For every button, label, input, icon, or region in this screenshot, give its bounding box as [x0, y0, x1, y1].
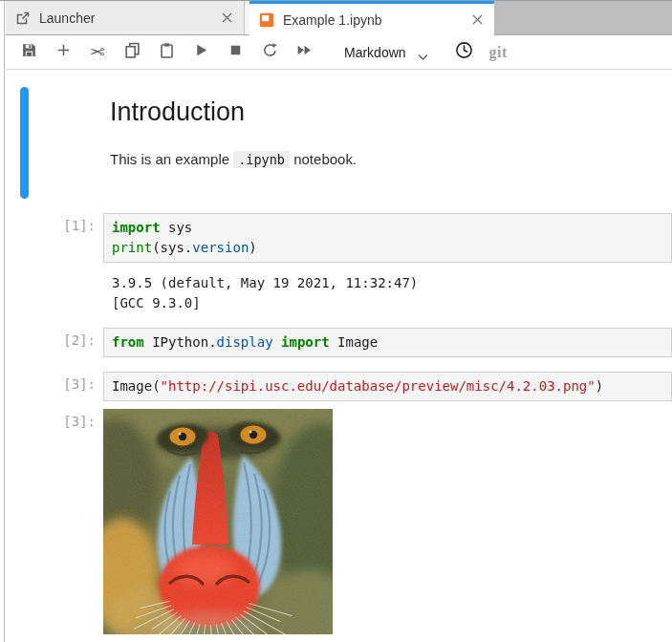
output-image-container [103, 409, 333, 634]
code-token: Image [330, 334, 379, 350]
code-token: ) [249, 240, 256, 255]
paste-cells-button[interactable] [153, 39, 180, 66]
code-token [273, 334, 281, 350]
tab-bar-empty-area [494, 1, 672, 35]
code-token: import [112, 220, 161, 235]
output-line: [GCC 9.3.0] [112, 293, 418, 313]
code-token: version [192, 240, 249, 255]
inline-code: .ipynb [233, 151, 290, 168]
run-cell-button[interactable] [187, 39, 214, 66]
markdown-cell[interactable]: Introduction This is an example .ipynb n… [110, 70, 672, 213]
code-cell: [1]:import sysprint(sys.version) [6, 213, 672, 263]
code-token: display [217, 334, 273, 350]
mandrill-output-image [103, 409, 333, 634]
code-editor[interactable]: import sysprint(sys.version) [103, 213, 672, 263]
markdown-heading: Introduction [110, 97, 672, 127]
code-line: print(sys.version) [112, 238, 671, 258]
clock-icon [455, 41, 473, 63]
save-button[interactable] [15, 39, 42, 66]
restart-kernel-button[interactable] [256, 39, 283, 66]
code-token: (sys. [152, 240, 192, 255]
code-token: Image( [112, 378, 161, 394]
chevron-down-icon [418, 49, 428, 56]
output-prompt [6, 273, 103, 313]
markdown-paragraph: This is an example .ipynb notebook. [110, 151, 672, 167]
output-line: 3.9.5 (default, May 19 2021, 11:32:47) [112, 273, 418, 293]
interrupt-kernel-button[interactable] [222, 39, 249, 66]
execution-prompt: [3]: [6, 372, 103, 401]
jupyterlab-window: Launcher Example 1.ipynb [0, 0, 672, 642]
cell-output-text: 3.9.5 (default, May 19 2021, 11:32:47)[G… [103, 273, 418, 313]
code-cell: [2]:from IPython.display import Image [6, 328, 672, 357]
code-line: import sys [112, 218, 671, 238]
code-token: import [281, 334, 330, 350]
tab-launcher[interactable]: Launcher [6, 1, 245, 35]
code-token: sys [161, 220, 193, 235]
code-token: print [112, 240, 152, 255]
execution-prompt: [1]: [6, 213, 103, 263]
execution-prompt: [2]: [6, 328, 103, 357]
fast-forward-icon [296, 42, 313, 62]
notebook-toolbar: ✂ [6, 35, 672, 70]
cells: [1]:import sysprint(sys.version)3.9.5 (d… [6, 213, 672, 401]
code-cell: [3]:Image("http://sipi.usc.edu/database/… [6, 372, 672, 401]
launcher-icon [15, 11, 31, 26]
notebook-panel: Introduction This is an example .ipynb n… [6, 70, 672, 642]
stop-icon [228, 42, 244, 62]
cell-output-area: 3.9.5 (default, May 19 2021, 11:32:47)[G… [6, 273, 672, 313]
clipboard-icon [159, 42, 175, 62]
tab-example-notebook[interactable]: Example 1.ipynb [249, 1, 494, 35]
code-line: Image("http://sipi.usc.edu/database/prev… [112, 376, 671, 396]
copy-cells-button[interactable] [119, 39, 145, 66]
code-token: IPython. [144, 334, 217, 350]
cell-type-value: Markdown [344, 45, 406, 60]
code-token: "http://sipi.usc.edu/database/preview/mi… [161, 378, 596, 394]
tab-label: Launcher [39, 11, 95, 26]
close-icon[interactable] [469, 12, 485, 28]
refresh-icon [262, 42, 278, 62]
run-icon [193, 42, 209, 62]
tab-bar: Launcher Example 1.ipynb [6, 1, 672, 35]
code-editor[interactable]: from IPython.display import Image [103, 328, 672, 357]
plus-icon [55, 42, 72, 62]
code-token: ) [596, 378, 603, 394]
close-icon[interactable] [219, 11, 234, 26]
code-line: from IPython.display import Image [112, 332, 671, 353]
cut-cells-button[interactable]: ✂ [84, 39, 111, 66]
code-token: from [112, 334, 144, 350]
git-button[interactable]: git [489, 44, 508, 61]
git-label: git [489, 44, 508, 60]
scissors-icon: ✂ [90, 43, 105, 61]
run-all-button[interactable] [291, 39, 317, 66]
execution-prompt: [3]: [6, 409, 103, 634]
code-editor[interactable]: Image("http://sipi.usc.edu/database/prev… [103, 372, 672, 401]
notebook-icon [259, 12, 274, 28]
copy-icon [124, 42, 141, 62]
save-icon [21, 42, 37, 62]
image-output-area: [3]: [6, 409, 672, 634]
tab-label: Example 1.ipynb [283, 12, 382, 28]
add-cell-button[interactable] [50, 39, 76, 66]
cell-collapser[interactable] [20, 87, 29, 199]
execution-time-button[interactable] [451, 39, 478, 66]
cell-type-dropdown[interactable]: Markdown [344, 45, 428, 60]
